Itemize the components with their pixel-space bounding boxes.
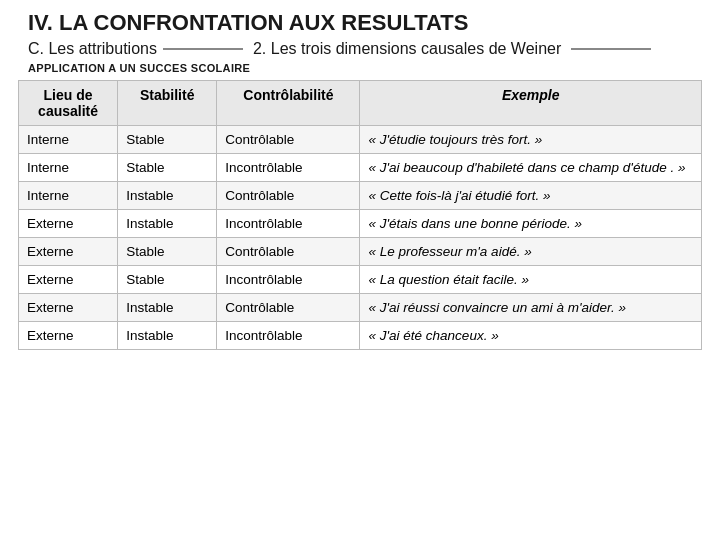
cell-exemple: « J'étudie toujours très fort. » [360, 126, 702, 154]
cell-controlabilite: Contrôlable [217, 238, 360, 266]
cell-stabilite: Instable [118, 322, 217, 350]
subtitle: C. Les attributions 2. Les trois dimensi… [28, 40, 702, 58]
cell-stabilite: Stable [118, 266, 217, 294]
col-header-lieu: Lieu de causalité [19, 81, 118, 126]
table-row: InterneInstableContrôlable« Cette fois-l… [19, 182, 702, 210]
cell-controlabilite: Incontrôlable [217, 322, 360, 350]
table-row: ExterneStableContrôlable« Le professeur … [19, 238, 702, 266]
cell-exemple: « J'ai été chanceux. » [360, 322, 702, 350]
cell-stabilite: Stable [118, 238, 217, 266]
cell-exemple: « J'étais dans une bonne période. » [360, 210, 702, 238]
table-row: InterneStableIncontrôlable« J'ai beaucou… [19, 154, 702, 182]
cell-lieu: Externe [19, 210, 118, 238]
page-title: IV. LA CONFRONTATION AUX RESULTATS [28, 10, 702, 36]
cell-lieu: Interne [19, 182, 118, 210]
cell-lieu: Externe [19, 266, 118, 294]
cell-controlabilite: Contrôlable [217, 126, 360, 154]
underline-right [571, 48, 651, 50]
table-row: ExterneInstableIncontrôlable« J'ai été c… [19, 322, 702, 350]
cell-exemple: « J'ai beaucoup d'habileté dans ce champ… [360, 154, 702, 182]
cell-controlabilite: Incontrôlable [217, 266, 360, 294]
cell-stabilite: Instable [118, 294, 217, 322]
cell-stabilite: Stable [118, 126, 217, 154]
cell-lieu: Interne [19, 154, 118, 182]
table-header-row: Lieu de causalité Stabilité Contrôlabili… [19, 81, 702, 126]
page: IV. LA CONFRONTATION AUX RESULTATS C. Le… [0, 0, 720, 540]
cell-exemple: « J'ai réussi convaincre un ami à m'aide… [360, 294, 702, 322]
cell-lieu: Interne [19, 126, 118, 154]
table-row: InterneStableContrôlable« J'étudie toujo… [19, 126, 702, 154]
subtitle-prefix: C. Les attributions [28, 40, 157, 58]
cell-lieu: Externe [19, 238, 118, 266]
cell-stabilite: Instable [118, 210, 217, 238]
cell-controlabilite: Contrôlable [217, 182, 360, 210]
cell-exemple: « Cette fois-là j'ai étudié fort. » [360, 182, 702, 210]
cell-lieu: Externe [19, 294, 118, 322]
cell-exemple: « Le professeur m'a aidé. » [360, 238, 702, 266]
cell-controlabilite: Incontrôlable [217, 210, 360, 238]
underline-left [163, 48, 243, 50]
table-row: ExterneInstableIncontrôlable« J'étais da… [19, 210, 702, 238]
cell-controlabilite: Incontrôlable [217, 154, 360, 182]
table-row: ExterneStableIncontrôlable« La question … [19, 266, 702, 294]
application-label: APPLICATION A UN SUCCES SCOLAIRE [28, 62, 702, 74]
cell-controlabilite: Contrôlable [217, 294, 360, 322]
cell-stabilite: Instable [118, 182, 217, 210]
cell-lieu: Externe [19, 322, 118, 350]
col-header-stab: Stabilité [118, 81, 217, 126]
cell-exemple: « La question était facile. » [360, 266, 702, 294]
cell-stabilite: Stable [118, 154, 217, 182]
table-row: ExterneInstableContrôlable« J'ai réussi … [19, 294, 702, 322]
col-header-ctrl: Contrôlabilité [217, 81, 360, 126]
causality-table: Lieu de causalité Stabilité Contrôlabili… [18, 80, 702, 350]
subtitle-num: 2. Les trois dimensions causales de Wein… [253, 40, 561, 58]
col-header-ex: Exemple [360, 81, 702, 126]
